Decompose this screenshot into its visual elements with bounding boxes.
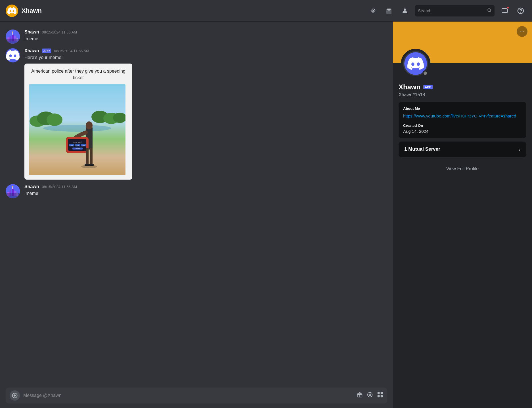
svg-rect-37	[90, 148, 93, 165]
svg-rect-57	[378, 392, 380, 394]
svg-line-2	[490, 11, 491, 12]
message-header: Xhawn APP 08/15/2024 11:56 AM	[24, 48, 387, 53]
emoji-icon[interactable]	[367, 392, 373, 399]
svg-text:20%: 20%	[76, 145, 79, 146]
chat-input-wrapper	[6, 388, 387, 403]
svg-point-54	[368, 392, 372, 397]
about-me-title: About Me	[403, 106, 522, 111]
list-item: Shawn 08/15/2024 11:56 AM !meme	[0, 27, 393, 46]
profile-panel: ··· Xhawn APP Xhawn#1518	[393, 22, 532, 408]
svg-rect-59	[378, 395, 380, 397]
chat-messages: Shawn 08/15/2024 11:56 AM !meme Xhawn A	[0, 22, 393, 383]
input-icons	[357, 392, 383, 399]
help-button[interactable]	[515, 5, 526, 16]
message-text: !meme	[24, 190, 387, 197]
avatar	[6, 48, 20, 62]
screen-share-button[interactable]	[499, 5, 510, 16]
message-text: Here's your meme!	[24, 54, 387, 61]
svg-point-56	[370, 394, 371, 394]
message-author: Xhawn	[24, 48, 39, 53]
svg-point-22	[43, 125, 111, 132]
svg-point-5	[521, 12, 521, 12]
message-author: Shawn	[24, 184, 39, 189]
svg-rect-3	[502, 9, 508, 12]
list-item: Xhawn APP 08/15/2024 11:56 AM Here's you…	[0, 46, 393, 182]
svg-text:Leave a tip?: Leave a tip?	[73, 141, 82, 143]
chat-area: Shawn 08/15/2024 11:56 AM !meme Xhawn A	[0, 22, 393, 408]
message-timestamp: 08/15/2024 11:56 AM	[42, 185, 77, 189]
created-on-date: Aug 14, 2024	[403, 129, 522, 134]
message-header: Shawn 08/15/2024 11:56 AM	[24, 30, 387, 35]
pin-button[interactable]	[367, 5, 379, 16]
profile-avatar-wrap	[401, 49, 430, 78]
profile-name-row: Xhawn APP	[399, 83, 526, 91]
message-header: Shawn 08/15/2024 11:56 AM	[24, 184, 387, 189]
search-icon	[487, 8, 492, 14]
svg-text:15%: 15%	[70, 145, 73, 146]
message-content: Shawn 08/15/2024 11:56 AM !meme	[24, 30, 387, 42]
gift-icon[interactable]	[357, 392, 363, 399]
avatar	[6, 184, 20, 198]
add-member-button[interactable]	[383, 5, 395, 16]
message-timestamp: 08/15/2024 11:56 AM	[42, 30, 77, 34]
about-me-link[interactable]: https://www.youtube.com/live/HuPr3YC-Vr4…	[403, 113, 516, 118]
mutual-servers-text: 1 Mutual Server	[404, 146, 440, 152]
main-content: Shawn 08/15/2024 11:56 AM !meme Xhawn A	[0, 22, 532, 408]
svg-rect-60	[381, 395, 383, 397]
svg-rect-14	[6, 39, 20, 44]
topbar-left: Xhawn	[6, 5, 367, 17]
svg-rect-49	[6, 193, 20, 198]
profile-banner: ···	[393, 22, 532, 63]
chat-input-area	[0, 383, 393, 408]
svg-point-13	[12, 31, 13, 33]
message-content: Xhawn APP 08/15/2024 11:56 AM Here's you…	[24, 48, 387, 180]
more-options-button[interactable]: ···	[517, 26, 527, 37]
message-input[interactable]	[23, 393, 353, 398]
meme-card: American police after they give you a sp…	[24, 64, 132, 180]
topbar-channel-avatar	[6, 5, 18, 17]
message-text: !meme	[24, 36, 387, 42]
topbar: Xhawn	[0, 0, 532, 22]
svg-rect-12	[12, 32, 13, 35]
svg-point-48	[12, 186, 13, 187]
message-timestamp: 08/15/2024 11:56 AM	[54, 49, 89, 53]
about-me-card: About Me https://www.youtube.com/live/Hu…	[399, 102, 526, 138]
svg-point-18	[47, 113, 62, 126]
svg-point-55	[369, 394, 369, 394]
mutual-servers-card[interactable]: 1 Mutual Server ›	[399, 142, 526, 157]
created-on-label: Created On	[403, 123, 522, 128]
svg-text:Confirm: Confirm	[75, 148, 80, 150]
svg-rect-58	[381, 392, 383, 394]
message-author: Shawn	[24, 30, 39, 35]
list-item: Shawn 08/15/2024 11:56 AM !meme	[0, 182, 393, 201]
topbar-title: Xhawn	[22, 7, 42, 14]
svg-point-0	[404, 9, 406, 11]
add-attachment-button[interactable]	[10, 390, 20, 401]
app-badge: APP	[42, 49, 51, 53]
chevron-right-icon: ›	[519, 146, 521, 153]
svg-point-24	[86, 121, 93, 129]
meme-image-bg: Leave a tip? 15% 20% 25% Confirm	[29, 84, 125, 175]
profile-button[interactable]	[399, 5, 410, 16]
search-input[interactable]	[418, 8, 485, 13]
message-content: Shawn 08/15/2024 11:56 AM !meme	[24, 184, 387, 197]
avatar	[6, 30, 20, 44]
profile-name: Xhawn	[399, 83, 420, 91]
svg-text:25%: 25%	[82, 145, 85, 146]
more-dots-icon: ···	[520, 29, 524, 34]
svg-rect-47	[12, 187, 13, 189]
apps-icon[interactable]	[377, 392, 383, 399]
profile-tag: Xhawn#1518	[399, 92, 526, 97]
topbar-right	[367, 5, 526, 16]
search-bar[interactable]	[415, 5, 495, 16]
meme-image: Leave a tip? 15% 20% 25% Confirm	[29, 84, 125, 175]
svg-point-40	[81, 165, 97, 168]
profile-app-badge: APP	[423, 85, 433, 89]
status-badge	[422, 70, 428, 76]
meme-caption: American police after they give you a sp…	[29, 68, 128, 81]
svg-point-1	[488, 9, 491, 12]
svg-rect-36	[86, 148, 89, 165]
view-full-profile-button[interactable]: View Full Profile	[399, 163, 526, 175]
